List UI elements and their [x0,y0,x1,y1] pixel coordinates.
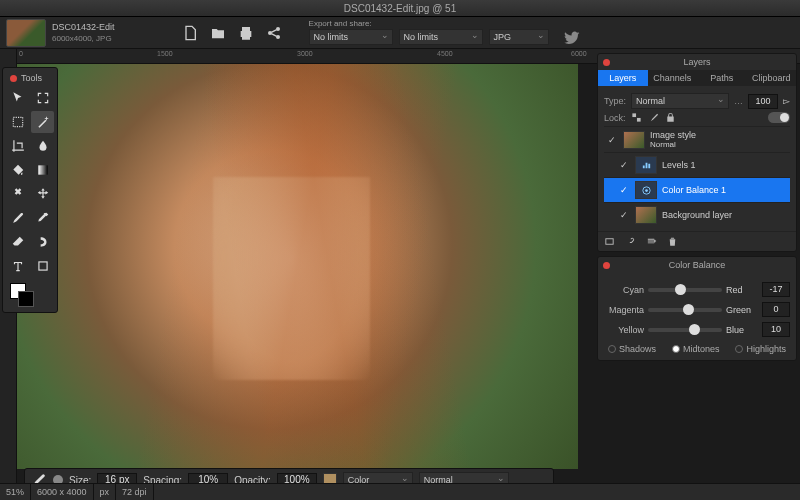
magenta-green-slider[interactable] [648,308,722,312]
lock-label: Lock: [604,113,626,123]
lock-all-icon[interactable] [665,112,676,123]
layer-label: Levels 1 [662,160,696,170]
svg-rect-7 [636,118,640,122]
new-layer-icon[interactable] [646,236,657,247]
toolbox-panel[interactable]: Tools [2,67,58,313]
top-toolbar: DSC01432-Edit 6000x4000, JPG Export and … [0,17,800,49]
visibility-checkbox[interactable]: ✓ [620,210,630,220]
layer-thumbnail [635,206,657,224]
tone-midtones-radio[interactable]: Midtones [672,344,720,354]
background-color[interactable] [18,291,34,307]
lock-transparency-icon[interactable] [631,112,642,123]
svg-point-9 [645,189,648,192]
slider-yellow-label: Yellow [604,325,644,335]
crop-tool[interactable] [6,135,29,157]
file-dimensions: 6000x4000, JPG [52,33,115,44]
slider-blue-label: Blue [726,325,758,335]
tab-layers[interactable]: Layers [598,70,648,86]
window-titlebar: DSC01432-Edit.jpg @ 51 [0,0,800,17]
status-dpi[interactable]: 72 dpi [116,484,154,500]
close-icon[interactable] [603,59,610,66]
slider-red-label: Red [726,285,758,295]
marquee-tool[interactable] [6,111,29,133]
close-icon[interactable] [603,262,610,269]
yellow-blue-slider[interactable] [648,328,722,332]
blur-tool[interactable] [31,135,54,157]
svg-rect-5 [38,262,46,270]
eyedropper-tool[interactable] [31,207,54,229]
lock-paint-icon[interactable] [648,112,659,123]
smudge-tool[interactable] [31,231,54,253]
layer-thumbnail [635,156,657,174]
close-icon[interactable] [10,75,17,82]
document-title: DSC01432-Edit.jpg @ 51 [344,3,456,14]
bucket-tool[interactable] [6,159,29,181]
layer-sublabel: Normal [650,140,696,149]
twitter-icon[interactable] [563,29,581,47]
layers-panel-header[interactable]: Layers [598,54,796,70]
link-icon[interactable] [625,236,636,247]
zoom-level[interactable]: 51% [0,484,31,500]
color-swatches[interactable] [6,281,54,309]
file-name: DSC01432-Edit [52,22,115,33]
svg-rect-6 [632,113,636,117]
layer-label: Image style [650,130,696,140]
heal-tool[interactable] [6,183,29,205]
layer-levels[interactable]: ✓ Levels 1 [604,152,790,177]
tab-clipboard[interactable]: Clipboard [747,70,797,86]
lock-toggle[interactable] [768,112,790,123]
workspace: 0 1500 3000 4500 6000 Tools [0,49,800,500]
toolbox-header[interactable]: Tools [6,71,54,85]
status-unit[interactable]: px [94,484,117,500]
print-icon[interactable] [237,24,255,42]
magenta-green-value[interactable]: 0 [762,302,790,317]
canvas[interactable] [17,64,578,469]
cyan-red-slider[interactable] [648,288,722,292]
layer-thumbnail [635,181,657,199]
visibility-checkbox[interactable]: ✓ [620,185,630,195]
open-folder-icon[interactable] [209,24,227,42]
cyan-red-value[interactable]: -17 [762,282,790,297]
text-tool[interactable] [6,255,29,277]
clone-tool[interactable] [31,183,54,205]
export-limit1-dropdown[interactable]: No limits [309,29,393,45]
layer-color-balance[interactable]: ✓ Color Balance 1 [604,177,790,202]
delete-layer-icon[interactable] [667,236,678,247]
layer-image-style[interactable]: ✓ Image style Normal [604,126,790,152]
transform-tool[interactable] [31,87,54,109]
status-dimensions[interactable]: 6000 x 4000 [31,484,94,500]
magic-wand-tool[interactable] [31,111,54,133]
share-icon[interactable] [265,24,283,42]
document-thumbnail[interactable] [6,19,46,47]
export-limit2-dropdown[interactable]: No limits [399,29,483,45]
visibility-checkbox[interactable]: ✓ [620,160,630,170]
visibility-checkbox[interactable]: ✓ [608,135,618,145]
color-balance-panel[interactable]: Color Balance Cyan Red -17 Magenta Green… [597,256,797,361]
tone-highlights-radio[interactable]: Highlights [735,344,786,354]
layers-panel[interactable]: Layers Layers Channels Paths Clipboard T… [597,53,797,252]
shape-tool[interactable] [31,255,54,277]
new-document-icon[interactable] [181,24,199,42]
file-info: DSC01432-Edit 6000x4000, JPG [52,22,115,44]
svg-rect-4 [38,165,47,174]
move-tool[interactable] [6,87,29,109]
yellow-blue-value[interactable]: 10 [762,322,790,337]
tone-shadows-radio[interactable]: Shadows [608,344,656,354]
tab-paths[interactable]: Paths [697,70,747,86]
status-bar: 51% 6000 x 4000 px 72 dpi [0,483,800,500]
layer-label: Color Balance 1 [662,185,726,195]
blend-type-dropdown[interactable]: Normal [631,93,729,109]
layer-label: Background layer [662,210,732,220]
layer-opacity-input[interactable]: 100 [748,94,778,109]
export-format-dropdown[interactable]: JPG [489,29,549,45]
brush-tool[interactable] [6,207,29,229]
tab-channels[interactable]: Channels [648,70,698,86]
layer-background[interactable]: ✓ Background layer [604,202,790,227]
gradient-tool[interactable] [31,159,54,181]
mask-icon[interactable] [604,236,615,247]
stepper-icon[interactable]: ▻ [783,96,790,106]
color-balance-header[interactable]: Color Balance [598,257,796,273]
eraser-tool[interactable] [6,231,29,253]
toolbox-title: Tools [21,73,42,83]
export-label: Export and share: [309,19,581,28]
